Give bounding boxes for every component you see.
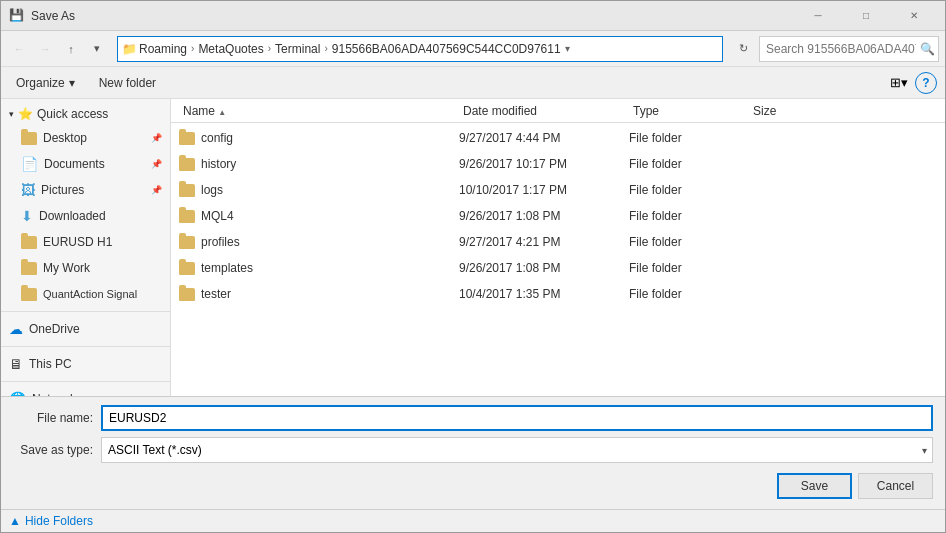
table-row[interactable]: history 9/26/2017 10:17 PM File folder bbox=[171, 151, 945, 177]
filetype-row: Save as type: ASCII Text (*.csv)CSV (Com… bbox=[13, 437, 933, 463]
maximize-button[interactable]: □ bbox=[843, 1, 889, 31]
hide-folders-bar[interactable]: ▲ Hide Folders bbox=[1, 509, 945, 532]
file-folder-icon bbox=[179, 132, 195, 145]
col-header-name[interactable]: Name ▲ bbox=[179, 104, 459, 118]
hide-folders-label: Hide Folders bbox=[25, 514, 93, 528]
save-button[interactable]: Save bbox=[777, 473, 852, 499]
filename-input[interactable] bbox=[101, 405, 933, 431]
file-folder-icon bbox=[179, 288, 195, 301]
file-date-cell: 9/27/2017 4:21 PM bbox=[459, 235, 629, 249]
file-date-cell: 9/26/2017 1:08 PM bbox=[459, 261, 629, 275]
new-folder-button[interactable]: New folder bbox=[90, 73, 165, 93]
filetype-select-wrapper: ASCII Text (*.csv)CSV (Comma delimited) … bbox=[101, 437, 933, 463]
view-options: ⊞ ▾ ? bbox=[887, 71, 937, 95]
quick-access-label: Quick access bbox=[37, 107, 108, 121]
table-row[interactable]: config 9/27/2017 4:44 PM File folder bbox=[171, 125, 945, 151]
col-header-date[interactable]: Date modified bbox=[459, 104, 629, 118]
back-button[interactable]: ← bbox=[7, 37, 31, 61]
breadcrumb-id[interactable]: 915566BA06ADA407569C544CC0D97611 bbox=[332, 42, 561, 56]
forward-button[interactable]: → bbox=[33, 37, 57, 61]
bottom-bar: File name: Save as type: ASCII Text (*.c… bbox=[1, 396, 945, 509]
view-icon: ⊞ bbox=[890, 75, 901, 90]
file-folder-icon bbox=[179, 236, 195, 249]
thispc-label: This PC bbox=[29, 357, 72, 371]
hide-folders-chevron: ▲ bbox=[9, 514, 21, 528]
search-bar[interactable]: 🔍 bbox=[759, 36, 939, 62]
file-type-cell: File folder bbox=[629, 131, 749, 145]
mywork-label: My Work bbox=[43, 261, 90, 275]
file-folder-icon bbox=[179, 184, 195, 197]
breadcrumb-terminal[interactable]: Terminal bbox=[275, 42, 320, 56]
quantaction-folder-icon bbox=[21, 288, 37, 301]
quick-access-icon: ⭐ bbox=[18, 107, 33, 121]
up-button[interactable]: ↑ bbox=[59, 37, 83, 61]
refresh-button[interactable]: ↻ bbox=[731, 37, 755, 61]
filename-row: File name: bbox=[13, 405, 933, 431]
minimize-button[interactable]: ─ bbox=[795, 1, 841, 31]
title-bar: 💾 Save As ─ □ ✕ bbox=[1, 1, 945, 31]
sidebar-item-desktop[interactable]: Desktop 📌 bbox=[1, 125, 170, 151]
file-date-cell: 10/4/2017 1:35 PM bbox=[459, 287, 629, 301]
address-bar[interactable]: 📁 Roaming › MetaQuotes › Terminal › 9155… bbox=[117, 36, 723, 62]
file-name-cell: MQL4 bbox=[179, 209, 459, 223]
recent-button[interactable]: ▾ bbox=[85, 37, 109, 61]
quick-access-header[interactable]: ▾ ⭐ Quick access bbox=[1, 103, 170, 125]
desktop-folder-icon bbox=[21, 132, 37, 145]
file-name-text: MQL4 bbox=[201, 209, 234, 223]
divider-3 bbox=[1, 381, 170, 382]
downloaded-label: Downloaded bbox=[39, 209, 106, 223]
col-header-size[interactable]: Size bbox=[749, 104, 829, 118]
name-sort-arrow: ▲ bbox=[218, 108, 226, 117]
sidebar-item-thispc[interactable]: 🖥 This PC bbox=[1, 351, 170, 377]
save-as-dialog: 💾 Save As ─ □ ✕ ← → ↑ ▾ 📁 Roaming › Meta… bbox=[0, 0, 946, 533]
filename-label: File name: bbox=[13, 411, 93, 425]
documents-icon: 📄 bbox=[21, 156, 38, 172]
sidebar-item-downloaded[interactable]: ⬇ Downloaded bbox=[1, 203, 170, 229]
organize-button[interactable]: Organize ▾ bbox=[9, 73, 82, 93]
table-row[interactable]: templates 9/26/2017 1:08 PM File folder bbox=[171, 255, 945, 281]
table-row[interactable]: profiles 9/27/2017 4:21 PM File folder bbox=[171, 229, 945, 255]
file-type-cell: File folder bbox=[629, 235, 749, 249]
close-button[interactable]: ✕ bbox=[891, 1, 937, 31]
filetype-select[interactable]: ASCII Text (*.csv)CSV (Comma delimited) … bbox=[101, 437, 933, 463]
breadcrumb-metaquotes[interactable]: MetaQuotes bbox=[198, 42, 263, 56]
file-name-cell: config bbox=[179, 131, 459, 145]
organize-label: Organize bbox=[16, 76, 65, 90]
cancel-button[interactable]: Cancel bbox=[858, 473, 933, 499]
onedrive-label: OneDrive bbox=[29, 322, 80, 336]
view-toggle-button[interactable]: ⊞ ▾ bbox=[887, 71, 911, 95]
action-buttons: Save Cancel bbox=[13, 469, 933, 501]
navigation-toolbar: ← → ↑ ▾ 📁 Roaming › MetaQuotes › Termina… bbox=[1, 31, 945, 67]
eurusd-label: EURUSD H1 bbox=[43, 235, 112, 249]
sep3: › bbox=[324, 43, 327, 54]
table-row[interactable]: logs 10/10/2017 1:17 PM File folder bbox=[171, 177, 945, 203]
sidebar-item-eurusd[interactable]: EURUSD H1 bbox=[1, 229, 170, 255]
sidebar-item-mywork[interactable]: My Work bbox=[1, 255, 170, 281]
pictures-icon: 🖼 bbox=[21, 182, 35, 198]
file-type-cell: File folder bbox=[629, 209, 749, 223]
sidebar-item-quantaction[interactable]: QuantAction Signal bbox=[1, 281, 170, 307]
sidebar-item-network[interactable]: 🌐 Network bbox=[1, 386, 170, 396]
second-toolbar: Organize ▾ New folder ⊞ ▾ ? bbox=[1, 67, 945, 99]
search-input[interactable] bbox=[766, 42, 916, 56]
quick-access-section: ▾ ⭐ Quick access Desktop 📌 📄 Documents 📌… bbox=[1, 103, 170, 307]
sidebar-item-documents[interactable]: 📄 Documents 📌 bbox=[1, 151, 170, 177]
file-type-cell: File folder bbox=[629, 157, 749, 171]
help-button[interactable]: ? bbox=[915, 72, 937, 94]
breadcrumb-roaming[interactable]: 📁 Roaming bbox=[122, 42, 187, 56]
file-name-text: config bbox=[201, 131, 233, 145]
desktop-label: Desktop bbox=[43, 131, 87, 145]
sidebar-item-pictures[interactable]: 🖼 Pictures 📌 bbox=[1, 177, 170, 203]
file-date-cell: 9/27/2017 4:44 PM bbox=[459, 131, 629, 145]
sep1: › bbox=[191, 43, 194, 54]
file-name-cell: tester bbox=[179, 287, 459, 301]
onedrive-icon: ☁ bbox=[9, 321, 23, 337]
file-list: config 9/27/2017 4:44 PM File folder his… bbox=[171, 123, 945, 396]
table-row[interactable]: MQL4 9/26/2017 1:08 PM File folder bbox=[171, 203, 945, 229]
col-header-type[interactable]: Type bbox=[629, 104, 749, 118]
sidebar-item-onedrive[interactable]: ☁ OneDrive bbox=[1, 316, 170, 342]
file-date-cell: 9/26/2017 10:17 PM bbox=[459, 157, 629, 171]
filetype-label: Save as type: bbox=[13, 443, 93, 457]
desktop-pin-icon: 📌 bbox=[151, 133, 162, 143]
table-row[interactable]: tester 10/4/2017 1:35 PM File folder bbox=[171, 281, 945, 307]
